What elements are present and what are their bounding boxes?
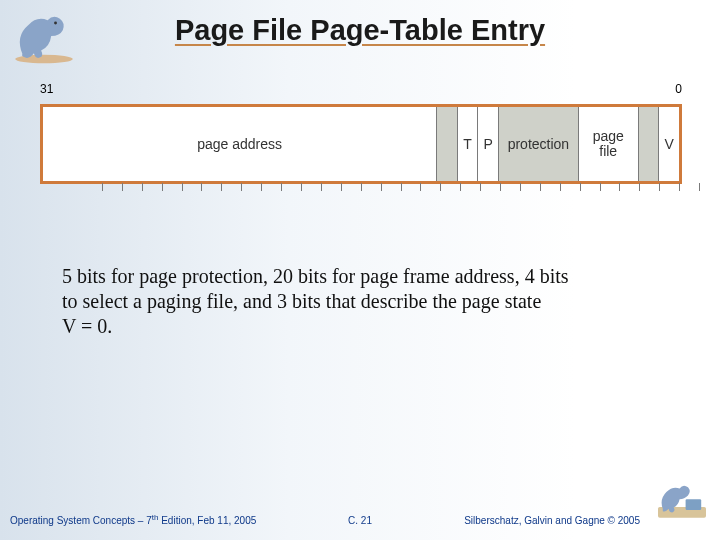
field-protection: protection: [498, 107, 578, 181]
field-t: T: [457, 107, 478, 181]
footer: Operating System Concepts – 7th Edition,…: [0, 513, 720, 526]
field-page-address: page address: [43, 107, 436, 181]
field-v: V: [658, 107, 679, 181]
dinosaur-logo-bottom-right: [652, 474, 712, 522]
bit-label-high: 31: [40, 82, 53, 96]
body-text: 5 bits for page protection, 20 bits for …: [62, 264, 582, 339]
footer-page-number: C. 21: [348, 515, 372, 526]
svg-rect-3: [686, 499, 702, 510]
field-gap-b: [638, 107, 659, 181]
field-gap-a: [436, 107, 457, 181]
footer-right: Silberschatz, Galvin and Gagne © 2005: [464, 515, 640, 526]
footer-left: Operating System Concepts – 7th Edition,…: [10, 513, 256, 526]
bit-label-low: 0: [675, 82, 682, 96]
v-equals: V = 0.: [62, 315, 112, 337]
page-table-entry-diagram: 31 0 page address T P protection page fi…: [40, 82, 682, 184]
field-page-file: page file: [578, 107, 638, 181]
body-text-line: 5 bits for page protection, 20 bits for …: [62, 265, 569, 312]
slide-title: Page File Page-Table Entry: [0, 14, 720, 47]
field-p: P: [477, 107, 498, 181]
bit-ticks: [83, 183, 719, 191]
